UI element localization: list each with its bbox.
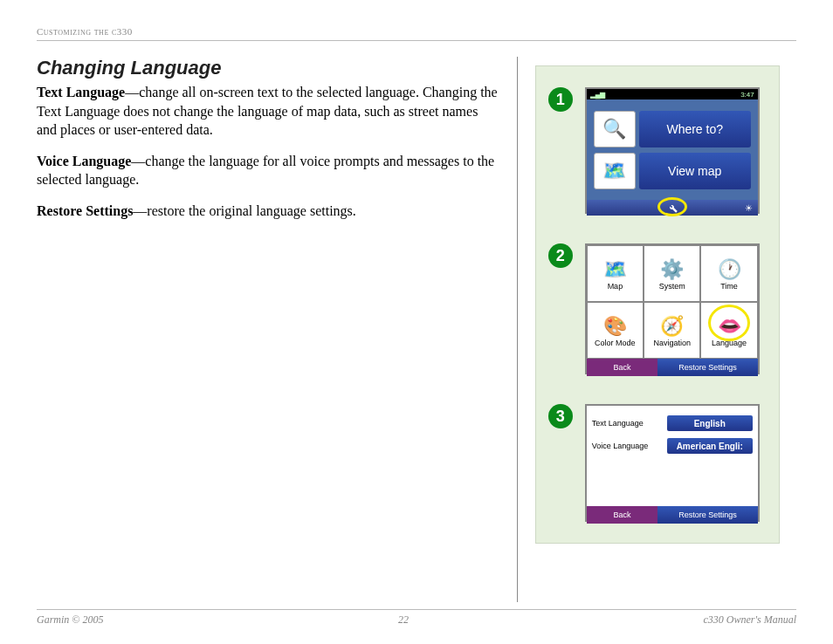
highlight-circle-1 xyxy=(657,197,687,216)
cell-color-mode[interactable]: 🎨Color Mode xyxy=(587,302,644,359)
para2-lead: Voice Language xyxy=(37,154,131,168)
row-text-lang: Text Language English xyxy=(592,413,753,434)
s3-body: Text Language English Voice Language Ame… xyxy=(587,406,758,506)
time: 3:47 xyxy=(740,91,754,99)
content: Changing Language Text Language—change a… xyxy=(37,57,796,602)
back-button[interactable]: Back xyxy=(587,506,658,524)
row-voice-lang: Voice Language American Engli: xyxy=(592,435,753,456)
screenshot-1: ▂▄▆ 3:47 🔍 Where to? 🗺️ View map xyxy=(585,87,760,214)
paragraph-text-language: Text Language—change all on-screen text … xyxy=(37,83,499,140)
footer-left: Garmin © 2005 xyxy=(37,613,103,627)
footer-right: c330 Owner's Manual xyxy=(703,613,796,627)
s3-footer: Back Restore Settings xyxy=(587,506,758,524)
cell-nav-label: Navigation xyxy=(653,339,691,347)
restore-button[interactable]: Restore Settings xyxy=(657,359,757,376)
cell-system[interactable]: ⚙️System xyxy=(644,245,700,302)
cell-map[interactable]: 🗺️Map xyxy=(587,245,644,302)
s1-body: 🔍 Where to? 🗺️ View map xyxy=(587,99,758,200)
row-where-to: 🔍 Where to? xyxy=(594,111,751,147)
search-icon: 🔍 xyxy=(594,111,636,147)
left-column: Changing Language Text Language—change a… xyxy=(37,57,518,602)
page-header: Customizing the c330 xyxy=(37,26,796,41)
cell-time[interactable]: 🕐Time xyxy=(700,245,757,302)
page-footer: Garmin © 2005 22 c330 Owner's Manual xyxy=(37,609,796,627)
para1-lead: Text Language xyxy=(37,85,125,99)
step-1-row: 1 ▂▄▆ 3:47 🔍 Where to? 🗺️ View map xyxy=(548,87,767,214)
step-3-row: 3 Text Language English Voice Language A… xyxy=(548,404,767,522)
brightness-icon: ☀ xyxy=(745,203,753,213)
footer-center: 22 xyxy=(398,613,409,627)
settings-grid: 🗺️Map ⚙️System 🕐Time 🎨Color Mode 🧭Naviga… xyxy=(587,245,758,359)
voice-lang-label: Voice Language xyxy=(592,442,664,450)
back-button[interactable]: Back xyxy=(587,359,658,376)
s2-footer: Back Restore Settings xyxy=(587,359,758,376)
where-to-button[interactable]: Where to? xyxy=(639,111,751,147)
palette-icon: 🎨 xyxy=(603,314,627,339)
cell-system-label: System xyxy=(659,282,685,291)
view-map-button[interactable]: View map xyxy=(639,153,751,189)
text-lang-label: Text Language xyxy=(592,419,664,428)
step-3-badge: 3 xyxy=(548,404,573,428)
para3-lead: Restore Settings xyxy=(37,203,133,218)
screenshot-panel: 1 ▂▄▆ 3:47 🔍 Where to? 🗺️ View map xyxy=(535,65,780,544)
highlight-circle-2 xyxy=(708,305,750,341)
screenshot-3: Text Language English Voice Language Ame… xyxy=(585,404,760,522)
cell-time-label: Time xyxy=(720,282,738,291)
map-icon: 🗺️ xyxy=(603,257,627,282)
compass-icon: 🧭 xyxy=(660,314,684,339)
right-column: 1 ▂▄▆ 3:47 🔍 Where to? 🗺️ View map xyxy=(518,57,796,602)
step-2-badge: 2 xyxy=(548,243,573,268)
screenshot-2: 🗺️Map ⚙️System 🕐Time 🎨Color Mode 🧭Naviga… xyxy=(585,243,760,374)
text-lang-value[interactable]: English xyxy=(667,415,753,431)
cell-navigation[interactable]: 🧭Navigation xyxy=(644,302,700,359)
restore-button[interactable]: Restore Settings xyxy=(657,506,757,524)
cell-map-label: Map xyxy=(608,282,623,291)
gear-icon: ⚙️ xyxy=(660,257,684,282)
cell-color-label: Color Mode xyxy=(595,339,636,347)
signal-icon: ▂▄▆ xyxy=(590,91,606,99)
step-2-row: 2 🗺️Map ⚙️System 🕐Time 🎨Color Mode 🧭Navi… xyxy=(548,243,767,374)
step-1-badge: 1 xyxy=(548,87,573,112)
s1-bottom-bar: ☀ xyxy=(587,200,758,216)
paragraph-restore: Restore Settings—restore the original la… xyxy=(37,202,499,221)
clock-icon: 🕐 xyxy=(718,257,741,282)
paragraph-voice-language: Voice Language—change the language for a… xyxy=(37,152,499,189)
section-title: Changing Language xyxy=(37,57,499,79)
row-view-map: 🗺️ View map xyxy=(594,153,751,189)
voice-lang-value[interactable]: American Engli: xyxy=(667,438,753,454)
statusbar: ▂▄▆ 3:47 xyxy=(587,89,758,99)
map-icon: 🗺️ xyxy=(594,153,636,189)
cell-language[interactable]: 👄Language xyxy=(700,302,757,359)
para3-body: —restore the original language settings. xyxy=(133,203,355,218)
